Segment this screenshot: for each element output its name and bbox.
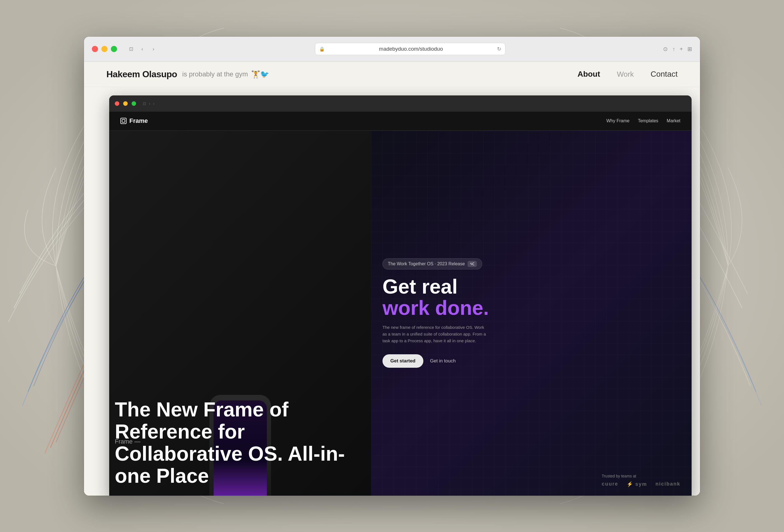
url-text: madebyduo.com/studioduo (327, 46, 495, 52)
frame-nav-templates[interactable]: Templates (638, 118, 658, 123)
badge-text: The Work Together OS · 2023 Release (388, 261, 465, 266)
browser-window: ⊡ ‹ › 🔒 madebyduo.com/studioduo ↻ ⊙ ↑ + … (84, 37, 700, 496)
new-tab-icon[interactable]: + (679, 46, 683, 52)
inner-sidebar-icon: ⊡ (143, 101, 146, 106)
frame-nav-why[interactable]: Why Frame (607, 118, 630, 123)
nav-work[interactable]: Work (617, 70, 634, 79)
close-button[interactable] (92, 46, 98, 52)
browser-controls: ⊡ ‹ › (127, 45, 157, 53)
lock-icon: 🔒 (319, 47, 325, 52)
frame-title-line2: work done. (383, 297, 678, 319)
browser-chrome: ⊡ ‹ › 🔒 madebyduo.com/studioduo ↻ ⊙ ↑ + … (84, 37, 700, 62)
inner-back-icon: ‹ (149, 101, 150, 106)
trusted-logos: cuure ⚡ sym nicibank (602, 481, 680, 487)
frame-header: Frame Why Frame Templates Market (109, 112, 692, 131)
minimize-button[interactable] (101, 46, 108, 52)
address-bar[interactable]: 🔒 madebyduo.com/studioduo ↻ (315, 43, 505, 55)
frame-title-line1: Get real (383, 276, 678, 297)
frame-nav-market[interactable]: Market (667, 118, 680, 123)
reader-view-icon[interactable]: ⊙ (663, 46, 668, 52)
trusted-section: Trusted by teams at cuure ⚡ sym nicibank (602, 474, 680, 487)
overlay-title: The New Frame of Reference for Collabora… (115, 398, 367, 487)
nav-about[interactable]: About (577, 70, 600, 79)
forward-button[interactable]: › (149, 45, 157, 53)
nav-contact[interactable]: Contact (651, 70, 678, 79)
get-started-button[interactable]: Get started (383, 354, 423, 368)
share-icon[interactable]: ↑ (672, 46, 675, 52)
site-logo: Hakeem Olasupo is probably at the gym 🏋️… (106, 69, 577, 80)
inner-maximize (132, 101, 136, 106)
maximize-button[interactable] (111, 46, 117, 52)
get-in-touch-button[interactable]: Get in touch (430, 358, 456, 364)
browser-actions: ⊙ ↑ + ⊞ (663, 46, 692, 52)
website-content: Hakeem Olasupo is probably at the gym 🏋️… (84, 62, 700, 496)
inner-chrome: ⊡ ‹ › (109, 95, 692, 112)
site-name: Hakeem Olasupo (106, 69, 177, 80)
frame-cta-row: Get started Get in touch (383, 354, 678, 368)
site-header: Hakeem Olasupo is probably at the gym 🏋️… (84, 62, 700, 87)
site-tagline: is probably at the gym (182, 70, 248, 78)
inner-nav-buttons: ⊡ ‹ › (143, 101, 154, 106)
frame-logo-text: Frame (129, 117, 148, 124)
site-nav: About Work Contact (577, 70, 678, 79)
frame-description: The new frame of reference for collabora… (383, 324, 489, 344)
inner-minimize (123, 101, 128, 106)
trusted-logo-cuure: cuure (602, 481, 618, 487)
svg-rect-2 (122, 119, 125, 122)
frame-badge: The Work Together OS · 2023 Release ⌥C (383, 258, 482, 269)
svg-rect-1 (121, 118, 126, 124)
back-button[interactable]: ‹ (138, 45, 146, 53)
trusted-label: Trusted by teams at (602, 474, 680, 478)
tabs-icon[interactable]: ⊞ (688, 46, 692, 52)
inner-forward-icon: › (153, 101, 155, 106)
emoji-icons: 🏋️🐦 (251, 70, 269, 79)
frame-logo-icon (120, 118, 127, 124)
frame-hero-title: Get real work done. (383, 276, 678, 319)
inner-close (115, 101, 119, 106)
trusted-logo-sym: ⚡ sym (627, 481, 647, 487)
frame-logo: Frame (120, 117, 148, 124)
address-bar-wrapper: 🔒 madebyduo.com/studioduo ↻ (163, 43, 657, 55)
trusted-logo-nicibank: nicibank (655, 481, 680, 487)
sidebar-toggle-icon[interactable]: ⊡ (127, 45, 135, 53)
frame-hero-right: The Work Together OS · 2023 Release ⌥C G… (371, 131, 692, 496)
overlay-title-line2: Collaborative OS. All-in-one Place (115, 443, 367, 487)
overlay-title-line1: The New Frame of Reference for (115, 398, 367, 443)
main-content: ⊡ ‹ › Frame (84, 87, 700, 496)
traffic-lights (92, 46, 117, 52)
badge-kbd: ⌥C (468, 261, 477, 267)
refresh-icon[interactable]: ↻ (497, 46, 501, 52)
